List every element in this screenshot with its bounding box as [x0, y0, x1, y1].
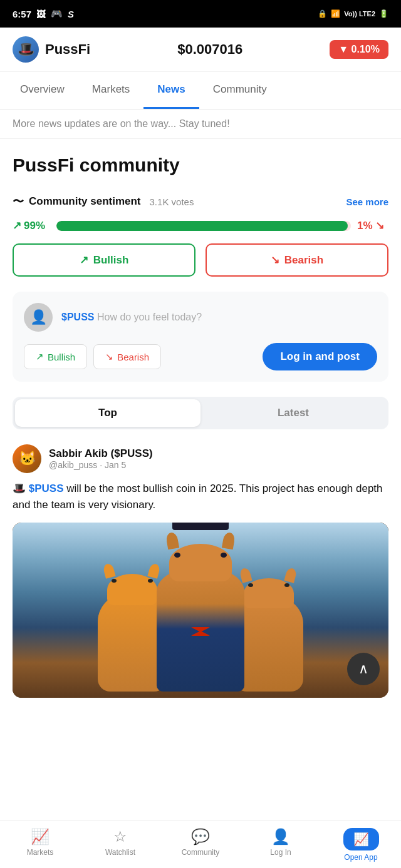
post-placeholder[interactable]: $PUSS How do you feel today? [61, 312, 202, 323]
sentiment-header: 〜 Community sentiment 3.1K votes See mor… [13, 194, 388, 209]
bullish-percentage: ↗ 99% [13, 219, 50, 232]
watchlist-nav-label: Watchlist [105, 848, 135, 857]
price-change-badge: ▼ 0.10% [330, 40, 388, 59]
open-app-nav-label: Open App [344, 853, 377, 862]
post-body: will be the most bullish coin in 2025. T… [13, 483, 383, 511]
tab-community[interactable]: Community [199, 72, 281, 109]
post-bullish-button[interactable]: ↗ Bullish [24, 344, 87, 369]
post-avatar: 🐱 [13, 444, 41, 473]
bullish-arrow-icon: ↗ [13, 219, 21, 232]
scroll-top-icon: ∧ [358, 661, 368, 677]
brand-logo: 🎩 [13, 36, 39, 63]
bearish-btn-icon: ↘ [271, 253, 279, 267]
login-nav-label: Log In [270, 848, 291, 857]
post-card: 🐱 Sabbir Akib ($PUSS) @akib_puss · Jan 5… [13, 444, 388, 710]
toggle-tabs: Top Latest [13, 397, 388, 429]
bearish-percentage: 1% ↘ [357, 219, 388, 232]
tab-news[interactable]: News [143, 72, 199, 109]
post-avatar-emoji: 🐱 [19, 451, 36, 467]
sentiment-icon: 〜 [13, 194, 24, 209]
status-time: 6:57 [13, 9, 31, 19]
tab-latest[interactable]: Latest [200, 399, 386, 427]
user-avatar-placeholder: 👤 [24, 303, 53, 332]
watchlist-nav-icon: ☆ [113, 828, 127, 845]
nav-open-app[interactable]: 📈 Open App [321, 820, 401, 868]
post-image: ∧ [13, 523, 388, 698]
login-nav-icon: 👤 [271, 828, 290, 845]
bottom-nav: 📈 Markets ☆ Watchlist 💬 Community 👤 Log … [0, 820, 401, 868]
post-area: 👤 $PUSS How do you feel today? ↗ Bullish… [13, 292, 388, 382]
post-emoji: 🎩 [13, 483, 26, 494]
vote-buttons: ↗ Bullish ↘ Bearish [13, 243, 388, 277]
avatar-icon: 👤 [30, 309, 47, 325]
see-more-button[interactable]: See more [346, 197, 388, 207]
status-left: 6:57 🖼 🎮 S [13, 8, 74, 19]
bearish-vote-button[interactable]: ↘ Bearish [206, 243, 388, 277]
token-price: $0.007016 [177, 41, 242, 58]
nav-tabs: Overview Markets News Community [0, 72, 401, 110]
news-banner: More news updates are on the way... Stay… [0, 110, 401, 139]
brand-section: 🎩 PussFi [13, 36, 90, 63]
post-bearish-icon: ↘ [105, 351, 113, 362]
tab-overview[interactable]: Overview [6, 72, 78, 109]
tab-markets[interactable]: Markets [78, 72, 143, 109]
nav-watchlist[interactable]: ☆ Watchlist [80, 820, 160, 868]
post-username: Sabbir Akib ($PUSS) [49, 447, 153, 460]
post-input-row: 👤 $PUSS How do you feel today? [24, 303, 377, 332]
status-right: 🔒 📶 Vo)) LTE2 🔋 [318, 9, 388, 18]
post-text: 🎩 $PUSS will be the most bullish coin in… [13, 481, 388, 513]
photo-icon: 🖼 [36, 9, 46, 19]
nav-community[interactable]: 💬 Community [160, 820, 241, 868]
post-user-info: Sabbir Akib ($PUSS) @akib_puss · Jan 5 [49, 447, 153, 470]
markets-nav-label: Markets [27, 848, 54, 857]
app-header: 🎩 PussFi $0.007016 ▼ 0.10% [0, 28, 401, 72]
brand-name: PussFi [45, 41, 90, 58]
post-bearish-button[interactable]: ↘ Bearish [93, 344, 161, 369]
bearish-arrow-icon: ↘ [375, 219, 384, 232]
sentiment-bar-row: ↗ 99% 1% ↘ [13, 219, 388, 232]
login-post-button[interactable]: Log in and post [263, 343, 377, 370]
s-label: S [68, 9, 74, 19]
community-nav-label: Community [182, 848, 220, 857]
community-nav-icon: 💬 [191, 828, 210, 845]
post-bullish-icon: ↗ [36, 351, 44, 362]
nav-login[interactable]: 👤 Log In [241, 820, 321, 868]
tab-top[interactable]: Top [15, 399, 200, 427]
scroll-top-button[interactable]: ∧ [347, 653, 380, 685]
logo-emoji: 🎩 [18, 41, 34, 58]
price-change-value: ▼ 0.10% [338, 44, 380, 55]
sentiment-bar-fill [56, 221, 348, 231]
post-actions-row: ↗ Bullish ↘ Bearish Log in and post [24, 343, 377, 370]
post-user-row: 🐱 Sabbir Akib ($PUSS) @akib_puss · Jan 5 [13, 444, 388, 473]
main-content: PussFi community 〜 Community sentiment 3… [0, 139, 401, 710]
open-app-nav-icon: 📈 [343, 828, 379, 850]
wifi-icon: 📶 [331, 9, 340, 18]
sentiment-label: 〜 Community sentiment 3.1K votes [13, 194, 194, 209]
post-ticker[interactable]: $PUSS [29, 483, 64, 494]
game-icon: 🎮 [51, 8, 63, 19]
nav-markets[interactable]: 📈 Markets [0, 820, 80, 868]
lock-icon: 🔒 [318, 9, 327, 18]
sentiment-section: 〜 Community sentiment 3.1K votes See mor… [13, 194, 388, 277]
post-meta: @akib_puss · Jan 5 [49, 460, 153, 470]
status-bar: 6:57 🖼 🎮 S 🔒 📶 Vo)) LTE2 🔋 [0, 0, 401, 28]
battery-icon: 🔋 [379, 9, 388, 18]
sentiment-bar-track [56, 221, 351, 231]
markets-nav-icon: 📈 [31, 828, 49, 845]
lte-label: Vo)) LTE2 [344, 10, 375, 18]
community-title: PussFi community [13, 154, 388, 176]
bullish-vote-button[interactable]: ↗ Bullish [13, 243, 195, 277]
bullish-btn-icon: ↗ [80, 253, 88, 267]
